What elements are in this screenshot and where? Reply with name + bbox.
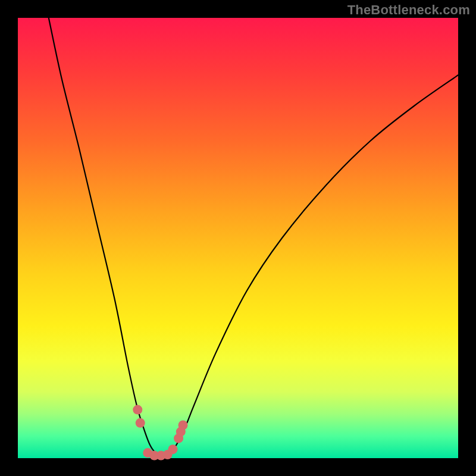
bottleneck-curve [49, 18, 458, 456]
curve-svg [18, 18, 458, 458]
plot-area [18, 18, 458, 458]
chart-frame: TheBottleneck.com [0, 0, 476, 476]
highlight-dot [168, 444, 177, 454]
highlight-dots [133, 405, 187, 461]
highlight-dot [136, 418, 145, 428]
highlight-dot [178, 421, 188, 430]
watermark-text: TheBottleneck.com [347, 2, 470, 18]
highlight-dot [133, 405, 142, 415]
